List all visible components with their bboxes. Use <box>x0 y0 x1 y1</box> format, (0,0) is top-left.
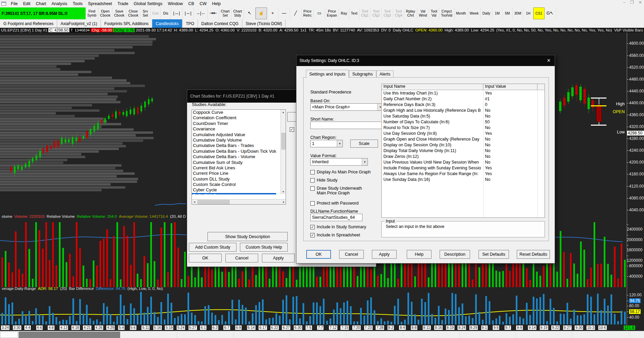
set-defaults-button[interactable]: Set Defaults <box>479 250 509 259</box>
study-list-item[interactable]: Cumulative Delta Bars - Up/Down Tick Vol… <box>192 149 276 154</box>
reset-defaults-button[interactable]: Reset Defaults <box>517 250 550 259</box>
checkbox-icon[interactable] <box>310 186 315 191</box>
dll-function-name-input[interactable] <box>310 214 362 221</box>
month-period-button[interactable]: Month <box>454 7 468 19</box>
studies-cancel-button[interactable]: Cancel <box>225 254 258 262</box>
chevron-down-icon[interactable]: ▼ <box>337 140 342 147</box>
daily-period-button[interactable]: Daily <box>481 7 492 19</box>
study-list-item[interactable]: CountDown Timer <box>192 121 276 126</box>
input-table-row[interactable]: Draw Zeros (In:12)No <box>382 153 545 159</box>
dialog-close-icon[interactable]: ✕ <box>547 58 551 63</box>
find-symbol-button[interactable]: Find Symb <box>86 7 98 19</box>
chartbook-tab-5[interactable]: TPO <box>182 19 198 28</box>
input-table-row[interactable]: Graph Open and Close Historically (Refer… <box>382 136 545 142</box>
checkbox-icon[interactable] <box>310 201 315 206</box>
study-list-item[interactable]: Correlation Coefficient <box>192 115 276 121</box>
menu-cw[interactable]: CW <box>197 1 209 7</box>
ok-button[interactable]: OK <box>306 250 331 259</box>
custom-session-button[interactable]: CS1 <box>533 7 544 19</box>
price-retracement-button[interactable]: Price Retrc <box>302 7 314 19</box>
server-settings-button[interactable]: Srv Set <box>140 7 151 19</box>
studies-apply-button[interactable]: Apply <box>262 254 295 262</box>
show-study-description-button[interactable]: Show Study Description <box>207 232 288 241</box>
list-vertical-scrollbar[interactable]: ▲ ▼ <box>281 110 286 194</box>
tab-subgraphs[interactable]: Subgraphs <box>349 70 376 78</box>
one-minute-period-button[interactable]: 1M <box>492 7 503 19</box>
checkbox-icon[interactable]: ✓ <box>310 225 315 229</box>
menu-edit[interactable]: Edit <box>20 1 33 7</box>
disconnect-button[interactable]: Dis <box>161 7 171 19</box>
description-button[interactable]: Description <box>440 250 470 259</box>
input-table-row[interactable]: Use Day Session Only (In:8)Yes <box>382 130 545 136</box>
study-list-item[interactable]: Cumulative Delta Bars - Trades <box>192 143 276 148</box>
menu-chart[interactable]: Chart <box>33 1 49 7</box>
study-list-item[interactable]: Covariance <box>192 126 276 132</box>
chart-studies-button[interactable]: Chart Stdy <box>231 7 244 19</box>
price-expansion-button[interactable]: Price Expan <box>325 7 339 19</box>
study-list-item[interactable]: Cyber Cycle <box>192 187 276 193</box>
scroll-right-icon[interactable]: ► <box>281 199 286 205</box>
chartbook-tab-7[interactable]: Steve (Ticinio DOM) <box>242 19 286 28</box>
short-name-input[interactable] <box>310 122 383 129</box>
menu-file[interactable]: File <box>8 1 20 7</box>
study-list-item[interactable]: Coppock Curve <box>192 110 276 115</box>
input-table-row[interactable]: Use Previous Values Until New Day Sessio… <box>382 159 545 165</box>
study-list-item[interactable]: Custom Scale Control <box>192 182 276 187</box>
scroll-left-icon[interactable]: ◄ <box>192 199 197 205</box>
dialog-checkbox-fragment[interactable]: ✓ <box>290 127 294 132</box>
checkbox-icon[interactable]: ✓ <box>310 233 315 237</box>
close-chartbook-button[interactable]: Close Cbook <box>127 7 140 19</box>
inputs-header-name[interactable]: Input Name <box>382 84 483 90</box>
input-table-row[interactable]: Always Use Same As Region For Scale Rang… <box>382 171 545 176</box>
study-list-item[interactable]: Cumulative Delta Bars - Volume <box>192 154 276 160</box>
study-list-item[interactable]: Cumulative Sum of Study <box>192 160 276 165</box>
tool-values-button[interactable]: Tool Val <box>429 7 439 19</box>
input-table-row[interactable]: Use this Intraday Chart (In:1)Yes <box>382 90 545 96</box>
apply-button[interactable]: Apply <box>372 250 397 259</box>
input-table-row[interactable]: Round to Tick Size (In:7)No <box>382 125 545 130</box>
compact-tool-values-button[interactable]: Cmpct ToolVal <box>439 7 454 19</box>
cancel-button[interactable]: Cancel <box>339 250 364 259</box>
study-list-item[interactable]: Current Bid Ask Lines <box>192 165 276 171</box>
menu-spreadsheet[interactable]: Spreadsheet <box>85 1 115 7</box>
study-list-item[interactable]: Cumulative Adjusted Value <box>192 132 276 138</box>
global-crosshair-icon[interactable]: G↖ <box>545 7 556 19</box>
thirty-minute-period-button[interactable]: 30M <box>513 7 523 19</box>
checkbox-icon[interactable] <box>310 178 315 183</box>
one-hour-period-button[interactable]: 1H <box>523 7 533 19</box>
input-table-row[interactable]: Reference Days Back (In:3)0 <box>382 102 545 107</box>
menu-global-settings[interactable]: Global Settings <box>131 1 165 7</box>
menu-trade[interactable]: Trade <box>115 1 131 7</box>
checkbox-icon[interactable] <box>310 170 315 174</box>
based-on-dropdown[interactable]: <Main Price Graph> ▼ <box>310 103 383 111</box>
restore-icon[interactable]: ❐ <box>630 0 634 5</box>
menu-help[interactable]: Help <box>209 1 224 7</box>
close-icon[interactable]: ✕ <box>639 0 642 5</box>
custom-study-help-button[interactable]: Custom Study Help <box>240 243 288 252</box>
rectangle-tool-icon[interactable]: ▭ <box>314 7 325 19</box>
studies-available-listbox[interactable]: Coppock CurveCorrelation CoefficientCoun… <box>192 109 286 205</box>
menu-analysis[interactable]: Analysis <box>49 1 70 7</box>
study-list-item[interactable]: Current Price Line <box>192 171 276 176</box>
chartbook-tab-2[interactable]: AxiaFootprint_v2 (1) <box>57 19 101 28</box>
help-button[interactable]: Help <box>407 250 431 259</box>
reset-bar-spacing-icon[interactable]: ⇥⇤ <box>208 7 219 19</box>
week-period-button[interactable]: Week <box>468 7 481 19</box>
inputs-header-value[interactable]: Input Value <box>483 84 537 90</box>
input-table-row[interactable]: Include Friday Evening with Sunday Eveni… <box>382 165 545 171</box>
tab-alerts[interactable]: Alerts <box>376 70 394 78</box>
scroll-up-icon[interactable]: ▲ <box>281 110 286 115</box>
checkbox-display-as-main-price-graph[interactable]: Display As Main Price Graph <box>310 170 385 174</box>
chart-horizontal-scrollbar[interactable] <box>0 331 644 338</box>
minimize-icon[interactable]: – <box>623 0 625 5</box>
menu-window[interactable]: Window <box>165 1 185 7</box>
input-table-row[interactable]: Display on Day Session Only (In:10)No <box>382 142 545 148</box>
input-table-row[interactable]: Number of Days To Calculate (In:6)50 <box>382 119 545 125</box>
study-list-item[interactable]: Custom DLL Study <box>192 176 276 182</box>
list-horizontal-scrollbar[interactable]: ◄ ► <box>192 199 286 204</box>
increase-bar-spacing-icon[interactable]: |↔| <box>171 7 182 19</box>
chart-settings-button[interactable]: Chart Set <box>219 7 232 19</box>
chartbook-tab-1[interactable]: G Footprint and References <box>0 19 57 28</box>
menu-tools[interactable]: Tools <box>70 1 85 7</box>
tab-settings-and-inputs[interactable]: Settings and Inputs <box>306 70 349 78</box>
